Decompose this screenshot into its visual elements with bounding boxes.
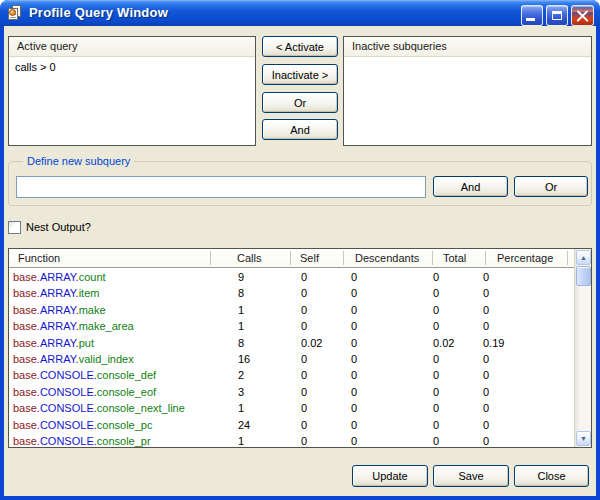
inactive-subqueries-list[interactable] xyxy=(344,57,591,63)
and-transfer-button[interactable]: And xyxy=(262,119,338,140)
function-name: base.ARRAY.make_area xyxy=(13,319,134,333)
table-row[interactable]: base.ARRAY.valid_index 16 0 0 0 0 xyxy=(9,351,574,367)
subquery-input[interactable] xyxy=(16,176,426,198)
calls-value: 8 xyxy=(238,286,244,300)
column-divider xyxy=(343,251,344,265)
close-button[interactable] xyxy=(571,5,594,26)
active-query-list: calls > 0 xyxy=(9,57,255,77)
fn-class: ARRAY. xyxy=(40,337,79,349)
column-divider xyxy=(567,251,568,265)
fn-library: base. xyxy=(13,386,40,398)
col-calls[interactable]: Calls xyxy=(237,252,261,264)
fn-library: base. xyxy=(13,271,40,283)
titlebar[interactable]: Profile Query Window xyxy=(0,0,600,26)
descendants-value: 0 xyxy=(351,352,357,366)
function-name: base.ARRAY.make xyxy=(13,303,106,317)
calls-value: 16 xyxy=(238,352,250,366)
table-row[interactable]: base.CONSOLE.console_def 2 0 0 0 0 xyxy=(9,367,574,383)
function-name: base.ARRAY.count xyxy=(13,270,106,284)
table-row[interactable]: base.CONSOLE.console_eof 3 0 0 0 0 xyxy=(9,384,574,400)
or-transfer-button[interactable]: Or xyxy=(262,92,338,113)
table-row[interactable]: base.CONSOLE.console_pc 24 0 0 0 0 xyxy=(9,417,574,433)
descendants-value: 0 xyxy=(351,368,357,382)
function-name: base.CONSOLE.console_pr xyxy=(13,434,151,448)
calls-value: 9 xyxy=(238,270,244,284)
total-value: 0 xyxy=(433,434,439,448)
save-button[interactable]: Save xyxy=(433,465,509,487)
column-divider xyxy=(210,251,211,265)
table-row[interactable]: base.ARRAY.make_area 1 0 0 0 0 xyxy=(9,318,574,334)
calls-value: 8 xyxy=(238,336,244,350)
function-name: base.ARRAY.item xyxy=(13,286,99,300)
scroll-down-button[interactable]: ▼ xyxy=(576,431,591,446)
table-row[interactable]: base.CONSOLE.console_next_line 1 0 0 0 0 xyxy=(9,400,574,416)
table-row[interactable]: base.ARRAY.item 8 0 0 0 0 xyxy=(9,285,574,301)
fn-class: ARRAY. xyxy=(40,271,79,283)
fn-feature: valid_index xyxy=(79,353,134,365)
vertical-scrollbar[interactable]: ▲ ▼ xyxy=(574,249,591,447)
col-total[interactable]: Total xyxy=(443,252,466,264)
self-value: 0 xyxy=(301,385,307,399)
inactive-subqueries-panel: Inactive subqueries xyxy=(343,36,592,146)
fn-feature: console_def xyxy=(97,369,156,381)
descendants-value: 0 xyxy=(351,401,357,415)
table-row[interactable]: base.ARRAY.make 1 0 0 0 0 xyxy=(9,302,574,318)
function-name: base.ARRAY.put xyxy=(13,336,94,350)
scrollbar-thumb[interactable] xyxy=(576,266,591,286)
col-function[interactable]: Function xyxy=(18,252,60,264)
function-table: Function Calls Self Descendants Total Pe… xyxy=(8,248,592,448)
maximize-icon xyxy=(552,11,562,20)
calls-value: 1 xyxy=(238,303,244,317)
percentage-value: 0 xyxy=(483,418,489,432)
descendants-value: 0 xyxy=(351,434,357,448)
total-value: 0 xyxy=(433,352,439,366)
update-button[interactable]: Update xyxy=(352,465,428,487)
table-row[interactable]: base.CONSOLE.console_pr 1 0 0 0 0 xyxy=(9,433,574,448)
maximize-button[interactable] xyxy=(546,5,568,26)
fn-feature: console_next_line xyxy=(97,402,185,414)
chevron-up-icon: ▲ xyxy=(580,254,587,261)
self-value: 0 xyxy=(301,303,307,317)
percentage-value: 0 xyxy=(483,286,489,300)
table-row[interactable]: base.ARRAY.put 8 0.02 0 0.02 0.19 xyxy=(9,335,574,351)
fn-library: base. xyxy=(13,287,40,299)
fn-library: base. xyxy=(13,402,40,414)
total-value: 0 xyxy=(433,319,439,333)
descendants-value: 0 xyxy=(351,418,357,432)
fn-feature: make_area xyxy=(79,320,134,332)
percentage-value: 0 xyxy=(483,319,489,333)
descendants-value: 0 xyxy=(351,385,357,399)
table-header: Function Calls Self Descendants Total Pe… xyxy=(9,249,574,268)
function-name: base.CONSOLE.console_pc xyxy=(13,418,152,432)
and-subquery-button[interactable]: And xyxy=(433,176,508,197)
percentage-value: 0 xyxy=(483,434,489,448)
col-descendants[interactable]: Descendants xyxy=(355,252,419,264)
or-subquery-button[interactable]: Or xyxy=(514,176,588,197)
col-self[interactable]: Self xyxy=(300,252,319,264)
total-value: 0 xyxy=(433,270,439,284)
calls-value: 2 xyxy=(238,368,244,382)
total-value: 0 xyxy=(433,385,439,399)
fn-feature: console_pr xyxy=(97,435,151,447)
minimize-button[interactable] xyxy=(521,5,543,26)
fn-feature: make xyxy=(79,304,106,316)
descendants-value: 0 xyxy=(351,319,357,333)
percentage-value: 0 xyxy=(483,385,489,399)
fn-class: ARRAY. xyxy=(40,304,79,316)
active-query-item[interactable]: calls > 0 xyxy=(15,60,249,74)
fn-class: CONSOLE. xyxy=(40,435,97,447)
self-value: 0 xyxy=(301,401,307,415)
col-percentage[interactable]: Percentage xyxy=(497,252,553,264)
descendants-value: 0 xyxy=(351,286,357,300)
table-row[interactable]: base.ARRAY.count 9 0 0 0 0 xyxy=(9,269,574,285)
scroll-up-button[interactable]: ▲ xyxy=(576,250,591,265)
activate-button[interactable]: < Activate xyxy=(262,36,338,57)
self-value: 0 xyxy=(301,434,307,448)
close-dialog-button[interactable]: Close xyxy=(514,465,589,487)
nest-output-checkbox[interactable] xyxy=(8,221,21,234)
fn-feature: item xyxy=(79,287,100,299)
function-name: base.ARRAY.valid_index xyxy=(13,352,134,366)
total-value: 0 xyxy=(433,401,439,415)
define-subquery-label: Define new subquery xyxy=(23,155,134,167)
inactivate-button[interactable]: Inactivate > xyxy=(262,64,338,85)
